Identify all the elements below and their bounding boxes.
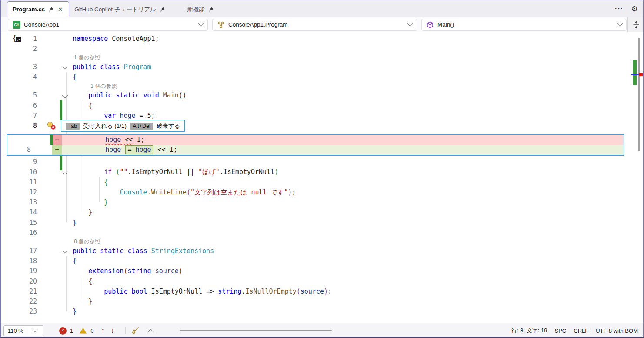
- code-rows: 1namespace ConsoleApp1;21 個の参照3public cl…: [0, 32, 644, 317]
- code-line[interactable]: 12 Console.WriteLine("文字列は空または null です")…: [0, 187, 644, 197]
- warning-icon: [79, 327, 87, 334]
- fold-chevron-icon[interactable]: [62, 93, 68, 98]
- status-right-group: 行: 8, 文字: 19 SPC CRLF UTF-8 with BOM: [511, 327, 638, 335]
- line-number[interactable]: 8: [13, 122, 37, 130]
- tab-copilot-tutorial[interactable]: GitHub Copilot チュートリアル: [69, 2, 170, 17]
- fold-chevron-icon[interactable]: [62, 64, 68, 70]
- whitespace-mode[interactable]: SPC: [555, 328, 567, 334]
- document-tab-bar: Program.cs ✕ GitHub Copilot チュートリアル 新機能 …: [0, 0, 644, 17]
- type-dropdown[interactable]: ConsoleApp1.Program: [212, 19, 417, 31]
- copilot-suggestion-toolbar: Tab 受け入れる (1/1) Alt+Del 破棄する: [61, 120, 185, 132]
- vertical-scrollbar-thumb[interactable]: [638, 38, 640, 151]
- split-editor-icon: [633, 21, 640, 29]
- line-number[interactable]: 9: [13, 158, 37, 166]
- code-editor[interactable]: {↗ Tab 受け入れる (1/1) Alt+Del 破棄する 1namespa…: [0, 32, 644, 323]
- code-line[interactable]: 13 }: [0, 197, 644, 207]
- line-number[interactable]: 22: [13, 298, 37, 305]
- code-line[interactable]: 14 }: [0, 207, 644, 218]
- line-number[interactable]: 3: [13, 63, 37, 71]
- class-icon: [217, 21, 225, 29]
- code-line[interactable]: 23}: [0, 307, 644, 317]
- inline-diff-preview: − hoge << 1;8+ hoge = hoge << 1;: [7, 134, 624, 156]
- horizontal-scrollbar[interactable]: [180, 330, 332, 331]
- inserted-text-box: = hoge: [125, 145, 153, 154]
- code-line[interactable]: 7 var hoge = 5;: [0, 110, 644, 120]
- code-line[interactable]: 10 if ("".IsEmptyOrNull || "ほげ".IsEmptyO…: [0, 167, 644, 177]
- chevron-down-icon: [198, 21, 204, 27]
- codelens-references[interactable]: 1 個の参照: [0, 82, 644, 90]
- line-number[interactable]: 19: [13, 267, 37, 275]
- line-number[interactable]: 18: [13, 257, 37, 265]
- project-dropdown[interactable]: C# ConsoleApp1: [8, 19, 208, 31]
- error-icon: ✕: [59, 327, 67, 335]
- brace-navigate-icon[interactable]: {↗: [12, 34, 21, 42]
- split-editor-button[interactable]: [627, 17, 644, 32]
- code-line[interactable]: 18{: [0, 256, 644, 266]
- line-number[interactable]: 6: [13, 102, 37, 110]
- line-number[interactable]: 13: [13, 198, 37, 206]
- pin-icon[interactable]: [208, 7, 214, 13]
- settings-gear-icon[interactable]: ⚙: [631, 4, 638, 13]
- code-line[interactable]: 22 }: [0, 296, 644, 306]
- line-number[interactable]: 4: [13, 73, 37, 81]
- error-count: 1: [70, 328, 73, 334]
- line-number[interactable]: 12: [13, 188, 37, 196]
- chevron-up-icon[interactable]: [148, 329, 154, 335]
- diff-plus-sign: +: [52, 145, 62, 155]
- chevron-down-icon: [407, 21, 413, 27]
- code-line[interactable]: 1namespace ConsoleApp1;: [0, 33, 644, 44]
- line-number[interactable]: 21: [13, 288, 37, 295]
- code-line[interactable]: 3public class Program: [0, 62, 644, 72]
- line-number[interactable]: 14: [13, 208, 37, 216]
- code-line[interactable]: 19 extension(string source): [0, 266, 644, 276]
- codelens-references[interactable]: 0 個の参照: [0, 238, 644, 246]
- error-warning-group[interactable]: ✕ 1 0: [59, 327, 93, 335]
- line-number[interactable]: 7: [13, 112, 37, 120]
- keycap-alt-del[interactable]: Alt+Del: [130, 123, 153, 130]
- line-number[interactable]: 5: [13, 91, 37, 99]
- type-dropdown-label: ConsoleApp1.Program: [228, 21, 288, 28]
- fold-chevron-icon[interactable]: [62, 248, 68, 254]
- navigate-up-icon[interactable]: ↑: [101, 327, 104, 335]
- line-number[interactable]: 20: [13, 278, 37, 285]
- close-icon[interactable]: ✕: [57, 6, 63, 13]
- member-dropdown[interactable]: Main(): [421, 19, 627, 31]
- caret-position: 行: 8, 文字: 19: [511, 327, 547, 335]
- code-line[interactable]: 4{: [0, 72, 644, 82]
- encoding[interactable]: UTF-8 with BOM: [596, 328, 638, 334]
- line-number[interactable]: 11: [13, 178, 37, 186]
- line-number[interactable]: 16: [13, 229, 37, 237]
- code-line[interactable]: 5 public static void Main(): [0, 90, 644, 100]
- code-cleanup-broom-icon[interactable]: [131, 327, 140, 335]
- code-line[interactable]: 11 {: [0, 177, 644, 187]
- line-ending[interactable]: CRLF: [574, 328, 588, 334]
- pin-icon[interactable]: [48, 7, 54, 13]
- more-options-icon[interactable]: ···: [615, 4, 624, 13]
- lightbulb-error-icon[interactable]: [46, 121, 57, 131]
- zoom-select[interactable]: 110 %: [3, 325, 43, 336]
- code-line[interactable]: 17public static class StringExtensions: [0, 246, 644, 256]
- code-line[interactable]: 6 {: [0, 100, 644, 110]
- keycap-tab[interactable]: Tab: [66, 123, 80, 130]
- line-number[interactable]: 17: [13, 247, 37, 255]
- code-line[interactable]: 15}: [0, 218, 644, 228]
- code-line[interactable]: 2: [0, 44, 644, 54]
- line-number[interactable]: 10: [13, 168, 37, 176]
- code-line[interactable]: 9: [0, 157, 644, 167]
- pin-icon[interactable]: [159, 7, 165, 13]
- codelens-references[interactable]: 1 個の参照: [0, 54, 644, 62]
- code-line[interactable]: 16: [0, 228, 644, 238]
- tab-whats-new[interactable]: 新機能: [182, 2, 219, 17]
- line-number[interactable]: 23: [13, 308, 37, 315]
- line-number[interactable]: 2: [13, 45, 37, 53]
- csharp-project-icon: C#: [13, 21, 20, 29]
- code-line[interactable]: 21 public bool IsEmptyOrNull => string.I…: [0, 286, 644, 296]
- diff-minus-sign: −: [52, 135, 62, 145]
- code-line[interactable]: 20 {: [0, 276, 644, 286]
- navigate-down-icon[interactable]: ↓: [110, 327, 114, 335]
- line-number[interactable]: 15: [13, 219, 37, 227]
- zoom-value: 110 %: [8, 328, 23, 334]
- fold-chevron-icon[interactable]: [62, 169, 68, 175]
- tab-program-cs[interactable]: Program.cs ✕: [7, 1, 69, 17]
- dismiss-label: 破棄する: [157, 122, 180, 130]
